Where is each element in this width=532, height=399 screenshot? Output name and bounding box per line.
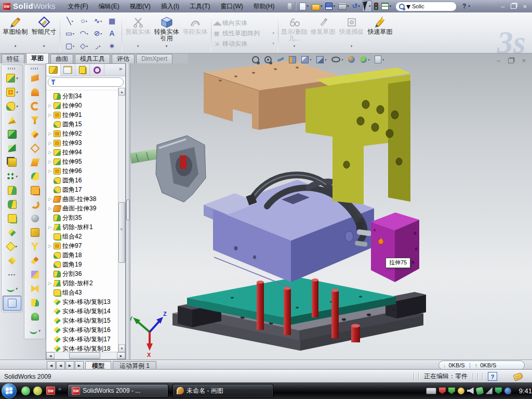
feature-tree-item[interactable]: ▷ 拉伸91 [47, 110, 118, 119]
feature-tree-item[interactable]: 分割34 [47, 91, 118, 101]
select-button[interactable]: ▾ [362, 1, 373, 12]
feature-tool-button[interactable] [2, 141, 22, 155]
tree-expander[interactable]: ▷ [47, 150, 52, 155]
move-entities-button[interactable]: ⇲移动实体▾ [213, 39, 276, 48]
tree-expander[interactable]: ▷ [47, 113, 52, 117]
menu-item[interactable]: 视图(V) [125, 1, 156, 12]
tree-expander[interactable]: ▷ [47, 244, 52, 248]
tab-scroll-button[interactable]: ▶ [75, 361, 84, 370]
surface-tool-button[interactable] [24, 113, 45, 127]
sketch-tool-button[interactable]: ⊘▾ [91, 27, 105, 39]
tree-expander[interactable]: ▷ [47, 169, 52, 174]
feature-tree-item[interactable]: ▷ 拉伸90 [47, 101, 118, 110]
sketch-tool-button[interactable]: ◇▾ [77, 39, 91, 52]
feature-tree-item[interactable]: 圆角15 [47, 119, 118, 129]
view-tool-button[interactable] [264, 56, 272, 63]
new-file-button[interactable]: ▾ [298, 2, 310, 11]
tab-scroll-button[interactable]: ◀ [47, 361, 56, 370]
menu-item[interactable]: 插入(I) [156, 1, 184, 12]
pin-toolbar-button[interactable] [287, 3, 292, 10]
taskbar-task-button[interactable]: 未命名 - 画图 [172, 384, 273, 397]
taskbar-task-button[interactable]: SW SolidWorks 2009 - ... [68, 384, 168, 397]
menu-item[interactable]: 工具(T) [184, 1, 215, 12]
splitter-grip[interactable] [126, 200, 130, 220]
feature-tree-item[interactable]: ▷ 曲面-拉伸38 [47, 194, 118, 204]
feature-tool-button[interactable] [3, 296, 21, 311]
feature-tool-button[interactable]: ▾ [2, 240, 22, 254]
menu-item[interactable]: 文件(F) [62, 1, 93, 12]
options-button[interactable]: ▾ [380, 2, 392, 10]
search-box[interactable]: ▾ Solic [395, 2, 457, 11]
restore-button[interactable] [511, 4, 516, 9]
ribbon-tab[interactable]: 草图 [26, 53, 49, 63]
sketch-tool-button[interactable]: ▭▾ [63, 27, 77, 39]
tree-filter-input[interactable] [48, 77, 124, 87]
feature-tree-item[interactable]: 圆角19 [47, 260, 118, 269]
close-button[interactable]: × [523, 3, 527, 10]
feature-tree-item[interactable]: 实体-移动/复制17 [47, 335, 118, 344]
sketch-tool-button[interactable]: ○▾ [77, 15, 91, 27]
sketch-button[interactable]: 草图绘制 ▾ [1, 14, 30, 53]
menu-item[interactable]: 窗口(W) [215, 1, 248, 12]
linear-pattern-button[interactable]: ▦线性草图阵列▾ [213, 29, 276, 38]
tree-vertical-scrollbar[interactable]: ▲ ▼ [118, 88, 125, 352]
scroll-up-button[interactable]: ▲ [118, 88, 125, 96]
ribbon-tab[interactable]: 特征 [2, 54, 24, 63]
save-button[interactable]: ▾ [324, 2, 336, 10]
part-side-block[interactable] [371, 212, 419, 282]
feature-tree-item[interactable]: ▷ 拉伸94 [47, 148, 118, 157]
tray-icon[interactable] [448, 388, 455, 394]
surface-tool-button[interactable] [24, 127, 45, 141]
tray-icon[interactable] [458, 388, 464, 394]
surface-tool-button[interactable] [24, 71, 45, 85]
feature-tool-button[interactable]: ▾ [2, 99, 22, 113]
feature-tool-button[interactable] [2, 113, 22, 127]
mirror-entities-button[interactable]: ◢◣镜向实体 [213, 19, 276, 28]
tag-icon[interactable] [513, 372, 523, 381]
feature-tree-item[interactable]: 圆角16 [47, 176, 118, 185]
tree-expander[interactable]: ▷ [47, 131, 52, 136]
surface-tool-button[interactable]: ▾ [24, 324, 45, 338]
surface-tool-button[interactable] [24, 183, 45, 197]
surface-tool-button[interactable] [24, 169, 45, 183]
doc-restore-button[interactable] [508, 58, 514, 63]
panel-overflow-chevron[interactable]: » [116, 64, 125, 76]
sketch-tool-button[interactable]: ╲▾ [63, 15, 77, 27]
feature-tool-button[interactable]: ▾ [2, 169, 22, 183]
sketch-tool-button[interactable]: ∗ [105, 39, 119, 52]
feature-tool-button[interactable] [2, 254, 22, 268]
print-button[interactable]: ▾ [337, 2, 350, 10]
minimize-button[interactable]: – [501, 3, 504, 10]
surface-tool-button[interactable] [24, 268, 45, 282]
surface-tool-button[interactable] [24, 99, 45, 113]
taskbar-clock[interactable]: 9:41 [519, 387, 532, 395]
scroll-right-button[interactable]: ▶ [117, 352, 125, 359]
surface-tool-button[interactable] [24, 296, 45, 310]
sketch-tool-button[interactable]: ◞▾ [91, 39, 105, 52]
feature-tree-item[interactable]: ▷ 切除-放样2 [47, 278, 118, 288]
ribbon-tab[interactable]: DimXpert [136, 54, 172, 63]
property-manager-tab[interactable] [61, 64, 75, 76]
tree-expander[interactable]: ▷ [47, 103, 52, 108]
tray-icon[interactable] [495, 388, 502, 394]
feature-tree-item[interactable]: 组合43 [47, 288, 118, 297]
convert-entities-button[interactable]: 转换实体引用 ▾ [152, 14, 181, 53]
tray-icon[interactable] [475, 387, 483, 394]
feature-tree-item[interactable]: ▷ 拉伸96 [47, 166, 118, 176]
help-button[interactable]: ?▾ [460, 2, 471, 10]
sketch-tool-button[interactable]: ◠▾ [77, 27, 91, 39]
rebuild-button[interactable] [373, 2, 379, 10]
feature-tree-item[interactable]: 分割36 [47, 269, 118, 278]
feature-tree-item[interactable]: 圆角17 [47, 185, 118, 194]
quick-launch-solidworks-icon[interactable]: SW [46, 387, 55, 395]
tree-horizontal-scrollbar[interactable]: ◀ ▶ [46, 352, 125, 359]
panel-splitter[interactable] [126, 63, 130, 360]
feature-tree-item[interactable]: 实体-移动/复制15 [47, 316, 118, 325]
feature-manager-tab[interactable] [46, 64, 61, 76]
feature-tool-button[interactable] [2, 225, 22, 240]
smart-dimension-button[interactable]: 智能尺寸 ▾ [30, 14, 58, 53]
model-3d-view[interactable]: Y Z X [126, 54, 532, 360]
tree-expander[interactable]: ▷ [47, 141, 52, 145]
graphics-viewport[interactable]: Y Z X [126, 54, 532, 360]
model-tab[interactable]: 模型 [85, 361, 111, 370]
